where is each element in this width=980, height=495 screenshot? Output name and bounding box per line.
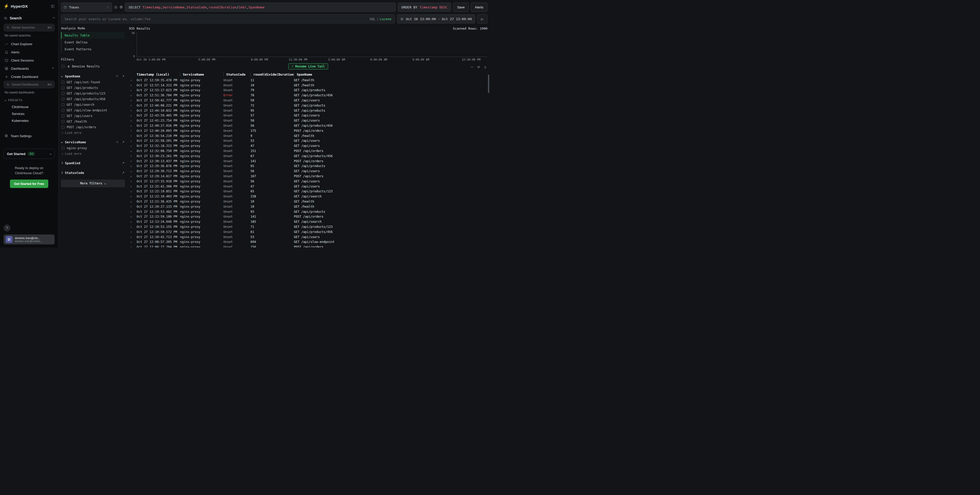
create-dashboard-button[interactable]: Create Dashboard <box>3 73 55 81</box>
table-row[interactable]: ›Oct 27 12:29:36.876 PMnginx-proxyUnset6… <box>129 164 487 169</box>
table-row[interactable]: ›Oct 27 12:30:23.261 PMnginx-proxyUnset6… <box>129 153 487 159</box>
row-expand-icon[interactable]: › <box>129 103 137 107</box>
user-menu[interactable]: D dominic.tran@clic... dominic.tran@clic… <box>3 234 55 244</box>
table-row[interactable]: ›Oct 27 12:59:35.478 PMnginx-proxyUnset1… <box>129 78 487 83</box>
row-expand-icon[interactable]: › <box>129 245 137 247</box>
checkbox[interactable] <box>62 86 65 89</box>
table-row[interactable]: ›Oct 27 12:20:27.133 PMnginx-proxyUnset1… <box>129 204 487 209</box>
table-row[interactable]: ›Oct 27 12:22:10.403 PMnginx-proxyUnset2… <box>129 194 487 199</box>
checkbox[interactable] <box>62 126 65 129</box>
table-row[interactable]: ›Oct 27 12:32:08.750 PMnginx-proxyUnset1… <box>129 148 487 153</box>
chevron-up-icon[interactable] <box>52 67 54 70</box>
row-expand-icon[interactable]: › <box>129 189 137 193</box>
table-row[interactable]: ›Oct 27 12:10:42.713 PMnginx-proxyUnset5… <box>129 234 487 240</box>
filter-option[interactable]: GET /health <box>61 119 125 124</box>
table-row[interactable]: ›Oct 27 12:46:08.221 PMnginx-proxyUnset7… <box>129 103 487 108</box>
mode-lucene[interactable]: Lucene <box>380 17 391 21</box>
row-expand-icon[interactable]: › <box>129 94 137 97</box>
presets-toggle[interactable]: PRESETS <box>3 97 55 103</box>
code-view-icon[interactable] <box>470 65 474 69</box>
row-expand-icon[interactable]: › <box>129 200 137 204</box>
sidebar-item-alerts[interactable]: Alerts <box>3 48 55 56</box>
help-button[interactable]: ? <box>3 224 11 231</box>
table-row[interactable]: ›Oct 27 12:13:24.048 PMnginx-proxyUnset1… <box>129 219 487 224</box>
load-more-spanname[interactable]: Load more <box>61 130 125 135</box>
row-expand-icon[interactable]: › <box>129 225 137 229</box>
pin-icon[interactable] <box>121 140 125 144</box>
filter-option[interactable]: GET /api/search <box>61 102 125 108</box>
sidebar-item-services[interactable]: Services <box>3 110 55 117</box>
row-expand-icon[interactable]: › <box>129 114 137 118</box>
sidebar-item-dashboards[interactable]: Dashboards <box>3 64 55 73</box>
table-row[interactable]: ›Oct 27 12:06:27.284 PMnginx-proxyUnset1… <box>129 244 487 247</box>
table-row[interactable]: ›Oct 27 12:40:20.093 PMnginx-proxyUnset1… <box>129 128 487 133</box>
row-expand-icon[interactable]: › <box>129 195 137 199</box>
download-icon[interactable] <box>484 65 487 69</box>
table-row[interactable]: ›Oct 27 12:13:59.180 PMnginx-proxyUnset1… <box>129 214 487 220</box>
table-row[interactable]: ›Oct 27 12:21:36.435 PMnginx-proxyUnset1… <box>129 199 487 204</box>
event-search-input[interactable]: Search your events w/ Lucene ex. column:… <box>61 14 395 24</box>
row-expand-icon[interactable]: › <box>129 230 137 234</box>
filter-option[interactable]: GET /api/products <box>61 85 125 91</box>
row-expand-icon[interactable]: › <box>129 108 137 112</box>
filter-group-spankind[interactable]: SpanKind <box>61 160 125 166</box>
row-expand-icon[interactable]: › <box>129 88 137 92</box>
sidebar-item-client-sessions[interactable]: Client Sessions <box>3 56 55 64</box>
row-expand-icon[interactable]: › <box>129 83 137 87</box>
table-row[interactable]: ›Oct 27 12:43:59.465 PMnginx-proxyUnset5… <box>129 113 487 118</box>
checkbox[interactable] <box>62 81 65 84</box>
row-expand-icon[interactable]: › <box>129 185 137 188</box>
table-row[interactable]: ›Oct 27 12:32:58.201 PMnginx-proxyUnset5… <box>129 138 487 143</box>
row-expand-icon[interactable]: › <box>129 240 137 244</box>
row-expand-icon[interactable]: › <box>129 144 137 148</box>
table-row[interactable]: ›Oct 27 12:19:53.482 PMnginx-proxyUnset9… <box>129 209 487 214</box>
table-row[interactable]: ›Oct 27 12:10:53.155 PMnginx-proxyUnset7… <box>129 224 487 229</box>
order-by-input[interactable]: ORDER BY Timestamp DESC <box>398 3 451 12</box>
filter-option[interactable]: GET /api/slow-endpoint <box>61 108 125 113</box>
table-row[interactable]: ›Oct 27 12:41:23.754 PMnginx-proxyUnset5… <box>129 118 487 123</box>
get-started-free-button[interactable]: Get Started for Free <box>10 180 48 188</box>
pin-icon[interactable] <box>121 75 125 78</box>
pin-icon[interactable] <box>121 161 125 165</box>
checkbox[interactable] <box>62 146 65 150</box>
run-query-button[interactable]: ▷ <box>477 14 487 24</box>
row-expand-icon[interactable]: › <box>129 124 137 128</box>
filter-group-statuscode[interactable]: StatusCode <box>61 169 125 176</box>
hyperdx-logo-icon[interactable]: ⚡ <box>3 3 9 9</box>
checkbox[interactable] <box>62 115 65 118</box>
collapse-sidebar-icon[interactable] <box>51 4 55 8</box>
alerts-button[interactable]: Alerts <box>471 3 487 12</box>
row-expand-icon[interactable]: › <box>129 119 137 123</box>
save-button[interactable]: Save <box>453 3 469 12</box>
column-settings-icon[interactable] <box>477 65 480 69</box>
sidebar-item-clickhouse[interactable]: ClickHouse <box>3 103 55 110</box>
table-row[interactable]: ›Oct 27 12:36:54.210 PMnginx-proxyUnset9… <box>129 133 487 138</box>
pin-icon[interactable] <box>121 171 125 175</box>
filter-option[interactable]: GET /api/products/123 <box>61 91 125 96</box>
filter-option[interactable]: GET /api/not-found <box>61 80 125 85</box>
table-row[interactable]: ›Oct 27 12:44:10.832 PMnginx-proxyUnset9… <box>129 108 487 113</box>
table-row[interactable]: ›Oct 27 12:51:36.784 PMnginx-proxyError7… <box>129 93 487 98</box>
table-row[interactable]: ›Oct 27 12:29:30.712 PMnginx-proxyUnset5… <box>129 169 487 173</box>
checkbox[interactable] <box>62 92 65 95</box>
checkbox[interactable] <box>62 103 65 106</box>
table-row[interactable]: ›Oct 27 12:10:50.572 PMnginx-proxyUnset6… <box>129 229 487 234</box>
table-row[interactable]: ›Oct 27 12:29:14.817 PMnginx-proxyUnset1… <box>129 173 487 179</box>
checkbox[interactable] <box>62 120 65 123</box>
column-header-spanname[interactable]: SpanName <box>294 73 487 76</box>
resume-live-tail-button[interactable]: ⚡ Resume Live Tail <box>288 63 328 70</box>
chevron-up-icon[interactable] <box>53 17 55 19</box>
column-header-timestamp[interactable]: Timestamp (Local) <box>137 73 180 76</box>
row-expand-icon[interactable]: › <box>129 154 137 158</box>
analysis-mode-event-patterns[interactable]: Event Patterns <box>61 46 125 53</box>
checkbox[interactable] <box>62 65 65 68</box>
row-expand-icon[interactable]: › <box>129 215 137 219</box>
saved-dashboards-input[interactable]: Saved Dashboards ⌘K <box>3 81 55 88</box>
table-row[interactable]: ›Oct 27 12:27:33.918 PMnginx-proxyUnset5… <box>129 179 487 184</box>
filter-group-servicename[interactable]: ServiceName <box>61 139 125 145</box>
table-row[interactable]: ›Oct 27 12:57:14.313 PMnginx-proxyUnset1… <box>129 83 487 88</box>
row-expand-icon[interactable]: › <box>129 210 137 213</box>
get-started-card[interactable]: Get Started 3/3 <box>3 149 55 159</box>
sidebar-item-search[interactable]: Search <box>3 16 55 20</box>
row-expand-icon[interactable]: › <box>129 205 137 209</box>
